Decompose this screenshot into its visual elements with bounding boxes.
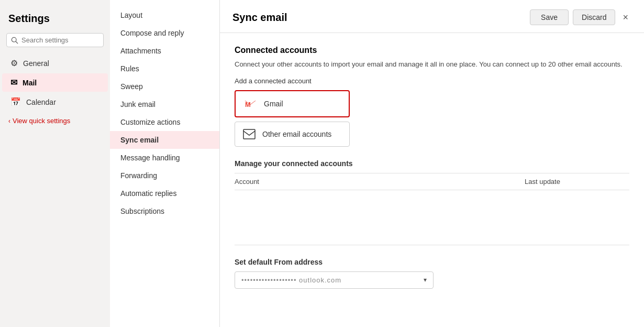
gear-icon: ⚙ <box>10 58 18 68</box>
add-account-label: Add a connected account <box>235 77 629 85</box>
gmail-icon: M <box>243 96 258 111</box>
nav-item-automatic-replies[interactable]: Automatic replies <box>110 184 219 202</box>
nav-item-subscriptions[interactable]: Subscriptions <box>110 202 219 220</box>
gmail-option[interactable]: M Gmail <box>235 90 350 117</box>
nav-item-compose-reply[interactable]: Compose and reply <box>110 24 219 42</box>
chevron-left-icon: ‹ <box>8 117 10 125</box>
from-address-value: ••••••••••••••••••• outlook.com <box>241 276 341 284</box>
search-icon <box>11 37 18 44</box>
nav-item-sync-email[interactable]: Sync email <box>110 131 219 149</box>
accounts-table-header: Account Last update <box>235 173 629 190</box>
middle-nav: Layout Compose and reply Attachments Rul… <box>110 0 220 327</box>
gmail-label: Gmail <box>264 100 283 108</box>
search-box[interactable] <box>6 33 104 47</box>
email-envelope-icon <box>242 127 256 141</box>
col-account-header: Account <box>235 178 525 186</box>
sidebar-label-calendar: Calendar <box>26 98 56 106</box>
view-quick-settings-label: View quick settings <box>13 117 70 125</box>
col-update-header: Last update <box>525 178 629 186</box>
sidebar-label-general: General <box>23 59 49 68</box>
nav-item-junk-email[interactable]: Junk email <box>110 95 219 113</box>
header-actions: Save Discard × <box>530 9 631 25</box>
from-section-title: Set default From address <box>235 258 629 266</box>
discard-button[interactable]: Discard <box>573 9 615 25</box>
sidebar-label-mail: Mail <box>23 79 37 87</box>
close-button[interactable]: × <box>619 10 631 25</box>
nav-item-layout[interactable]: Layout <box>110 6 219 24</box>
other-email-label: Other email accounts <box>262 130 331 138</box>
sidebar: Settings ⚙ General ✉ Mail 📅 Calendar ‹ V… <box>0 0 110 327</box>
sidebar-item-general[interactable]: ⚙ General <box>2 54 108 72</box>
mail-icon: ✉ <box>10 78 17 88</box>
from-address-dropdown[interactable]: ••••••••••••••••••• outlook.com ▾ <box>235 271 434 289</box>
main-body: Connected accounts Connect your other ac… <box>220 33 644 301</box>
save-button[interactable]: Save <box>530 9 569 25</box>
svg-rect-4 <box>243 129 255 139</box>
nav-item-message-handling[interactable]: Message handling <box>110 149 219 167</box>
nav-item-sweep[interactable]: Sweep <box>110 78 219 95</box>
section-divider <box>235 245 629 245</box>
calendar-icon: 📅 <box>10 97 21 107</box>
other-email-option[interactable]: Other email accounts <box>235 122 350 147</box>
sidebar-item-calendar[interactable]: 📅 Calendar <box>2 93 108 111</box>
main-content: Sync email Save Discard × Connected acco… <box>220 0 644 327</box>
sidebar-item-mail[interactable]: ✉ Mail <box>2 73 108 92</box>
search-input[interactable] <box>21 36 99 44</box>
accounts-table: Account Last update <box>235 173 629 190</box>
dropdown-chevron-icon: ▾ <box>424 276 427 284</box>
page-title: Sync email <box>232 12 287 24</box>
connected-accounts-desc: Connect your other accounts to import yo… <box>235 59 629 70</box>
nav-item-customize-actions[interactable]: Customize actions <box>110 113 219 131</box>
view-quick-settings-link[interactable]: ‹ View quick settings <box>0 114 110 128</box>
svg-line-1 <box>16 41 18 43</box>
main-header: Sync email Save Discard × <box>220 0 644 33</box>
nav-item-rules[interactable]: Rules <box>110 60 219 78</box>
empty-accounts-area <box>235 190 629 232</box>
app-title: Settings <box>0 8 110 33</box>
account-options: M Gmail Other email accounts <box>235 90 629 147</box>
svg-text:M: M <box>245 101 251 108</box>
manage-accounts-title: Manage your connected accounts <box>235 159 629 168</box>
nav-item-attachments[interactable]: Attachments <box>110 42 219 60</box>
connected-accounts-title: Connected accounts <box>235 46 629 55</box>
nav-item-forwarding[interactable]: Forwarding <box>110 167 219 184</box>
